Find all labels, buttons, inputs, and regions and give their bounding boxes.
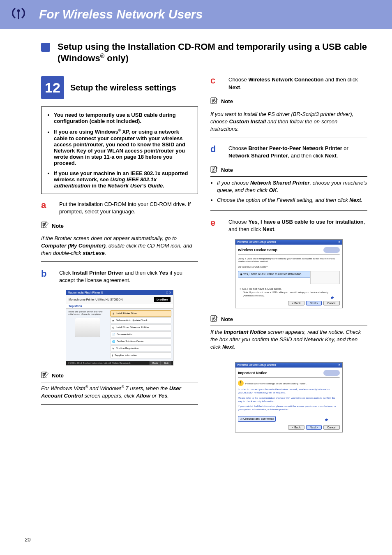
section-bullet-icon bbox=[41, 43, 50, 52]
step-a-text: Put the installation CD-ROM into your CD… bbox=[59, 201, 198, 215]
note-label: Note bbox=[221, 167, 233, 173]
substep-d: d Choose Brother Peer-to-Peer Network Pr… bbox=[210, 145, 367, 160]
banner-title: For Wireless Network Users bbox=[39, 7, 203, 21]
note-label: Note bbox=[221, 98, 233, 104]
step-number-badge: 12 bbox=[41, 76, 64, 99]
section-title: Setup using the Installation CD-ROM and … bbox=[58, 41, 367, 64]
substep-c: c Choose Wireless Network Connection and… bbox=[210, 76, 367, 91]
installer-menu-screenshot: Macromedia Flash Player 8— □ ✕ Monochrom… bbox=[66, 290, 173, 365]
prereq-item: If you are using Windows® XP, or using a… bbox=[54, 128, 192, 166]
step-e-text: Choose Yes, I have a USB cable to use fo… bbox=[228, 218, 367, 233]
step-12-title: Setup the wireless settings bbox=[70, 83, 176, 92]
note-icon bbox=[210, 315, 219, 324]
prereq-item: You need to temporarily use a USB cable … bbox=[54, 112, 192, 124]
step-12-header: 12 Setup the wireless settings bbox=[41, 76, 198, 99]
step-letter-e: e bbox=[210, 218, 219, 233]
arrow-icon bbox=[329, 291, 341, 300]
note-d: Note If you choose Network Shared Printe… bbox=[210, 166, 367, 211]
note-icon bbox=[41, 221, 49, 230]
note-icon bbox=[41, 371, 49, 380]
section-heading: Setup using the Installation CD-ROM and … bbox=[41, 41, 367, 64]
note-b-body: For Windows Vista® and Windows® 7 users,… bbox=[41, 385, 198, 405]
note-c: Note If you want to install the PS drive… bbox=[210, 97, 367, 138]
step-letter-d: d bbox=[210, 145, 219, 160]
step-c-text: Choose Wireless Network Connection and t… bbox=[228, 76, 367, 91]
note-d-body: If you choose Network Shared Printer, ch… bbox=[210, 179, 367, 211]
page-banner: For Wireless Network Users bbox=[0, 0, 392, 29]
note-icon bbox=[210, 97, 219, 106]
note-c-body: If you want to install the PS driver (BR… bbox=[210, 111, 367, 138]
step-letter-b: b bbox=[41, 269, 50, 284]
note-b: Note For Windows Vista® and Windows® 7 u… bbox=[41, 371, 198, 405]
step-letter-c: c bbox=[210, 76, 219, 91]
svg-point-1 bbox=[17, 9, 20, 12]
note-e-body: If the Important Notice screen appears, … bbox=[210, 328, 367, 355]
important-notice-screenshot: Wireless Device Setup Wizard✕ Important … bbox=[235, 362, 343, 432]
wifi-icon bbox=[6, 5, 31, 25]
note-icon bbox=[210, 166, 219, 175]
substep-e: e Choose Yes, I have a USB cable to use … bbox=[210, 218, 367, 233]
note-a-body: If the Brother screen does not appear au… bbox=[41, 235, 198, 262]
wireless-setup-screenshot: Wireless Device Setup Wizard✕ Wireless D… bbox=[235, 239, 343, 308]
step-d-text: Choose Brother Peer-to-Peer Network Prin… bbox=[228, 145, 367, 160]
prerequisites-box: You need to temporarily use a USB cable … bbox=[41, 106, 198, 194]
note-e: Note If the Important Notice screen appe… bbox=[210, 315, 367, 355]
step-b-text: Click Install Printer Driver and then cl… bbox=[59, 269, 198, 284]
arrow-icon bbox=[323, 413, 336, 422]
prereq-item: If you use your machine in an IEEE 802.1… bbox=[54, 170, 192, 189]
step-letter-a: a bbox=[41, 201, 50, 215]
note-label: Note bbox=[52, 223, 64, 229]
note-label: Note bbox=[52, 372, 64, 379]
note-label: Note bbox=[221, 316, 233, 322]
substep-b: b Click Install Printer Driver and then … bbox=[41, 269, 198, 284]
note-a: Note If the Brother screen does not appe… bbox=[41, 221, 198, 262]
substep-a: a Put the installation CD-ROM into your … bbox=[41, 201, 198, 215]
